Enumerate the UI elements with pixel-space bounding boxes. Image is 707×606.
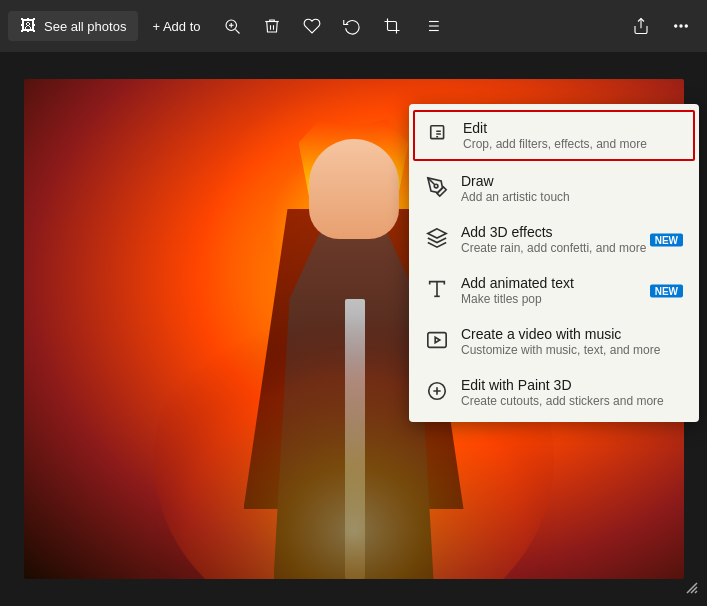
share-button[interactable] bbox=[623, 8, 659, 44]
photos-icon: 🖼 bbox=[20, 17, 36, 35]
svg-point-11 bbox=[675, 25, 677, 27]
more-button[interactable] bbox=[663, 8, 699, 44]
resize-icon bbox=[685, 581, 699, 595]
add-to-label: + Add to bbox=[152, 19, 200, 34]
main-image-area: Edit Crop, add filters, effects, and mor… bbox=[0, 52, 707, 606]
svg-point-16 bbox=[434, 184, 438, 188]
delete-button[interactable] bbox=[254, 8, 290, 44]
video-music-icon bbox=[425, 328, 449, 352]
crop-button[interactable] bbox=[374, 8, 410, 44]
paint3d-title: Edit with Paint 3D bbox=[461, 377, 683, 393]
delete-icon bbox=[263, 17, 281, 35]
paint3d-icon bbox=[425, 379, 449, 403]
edit-icon bbox=[427, 122, 451, 146]
animated-text-icon bbox=[425, 277, 449, 301]
enhance-button[interactable] bbox=[414, 8, 450, 44]
share-icon bbox=[632, 17, 650, 35]
see-all-photos-label: See all photos bbox=[44, 19, 126, 34]
menu-item-video-music[interactable]: Create a video with music Customize with… bbox=[409, 316, 699, 367]
rotate-icon bbox=[343, 17, 361, 35]
svg-rect-17 bbox=[428, 333, 446, 348]
dropdown-menu: Edit Crop, add filters, effects, and mor… bbox=[409, 104, 699, 422]
rotate-button[interactable] bbox=[334, 8, 370, 44]
crop-icon bbox=[383, 17, 401, 35]
3d-icon bbox=[425, 226, 449, 250]
add-to-button[interactable]: + Add to bbox=[142, 13, 210, 40]
zoom-button[interactable] bbox=[214, 8, 250, 44]
edit-text: Edit Crop, add filters, effects, and mor… bbox=[463, 120, 681, 151]
draw-title: Draw bbox=[461, 173, 683, 189]
see-all-photos-button[interactable]: 🖼 See all photos bbox=[8, 11, 138, 41]
toolbar: 🖼 See all photos + Add to bbox=[0, 0, 707, 52]
svg-point-13 bbox=[685, 25, 687, 27]
draw-desc: Add an artistic touch bbox=[461, 190, 683, 204]
resize-handle[interactable] bbox=[685, 581, 699, 598]
video-music-title: Create a video with music bbox=[461, 326, 683, 342]
animated-text-badge: NEW bbox=[650, 284, 683, 297]
more-icon bbox=[672, 17, 690, 35]
svg-line-1 bbox=[236, 29, 240, 33]
menu-item-edit[interactable]: Edit Crop, add filters, effects, and mor… bbox=[413, 110, 695, 161]
edit-title: Edit bbox=[463, 120, 681, 136]
enhance-icon bbox=[423, 17, 441, 35]
video-music-text: Create a video with music Customize with… bbox=[461, 326, 683, 357]
menu-item-animated-text[interactable]: Add animated text Make titles pop NEW bbox=[409, 265, 699, 316]
draw-text: Draw Add an artistic touch bbox=[461, 173, 683, 204]
menu-item-paint3d[interactable]: Edit with Paint 3D Create cutouts, add s… bbox=[409, 367, 699, 418]
video-music-desc: Customize with music, text, and more bbox=[461, 343, 683, 357]
svg-point-12 bbox=[680, 25, 682, 27]
add3d-badge: NEW bbox=[650, 233, 683, 246]
heart-icon bbox=[303, 17, 321, 35]
zoom-icon bbox=[223, 17, 241, 35]
draw-icon bbox=[425, 175, 449, 199]
edit-desc: Crop, add filters, effects, and more bbox=[463, 137, 681, 151]
paint3d-desc: Create cutouts, add stickers and more bbox=[461, 394, 683, 408]
menu-item-draw[interactable]: Draw Add an artistic touch bbox=[409, 163, 699, 214]
paint3d-text: Edit with Paint 3D Create cutouts, add s… bbox=[461, 377, 683, 408]
favorite-button[interactable] bbox=[294, 8, 330, 44]
menu-item-add3d[interactable]: Add 3D effects Create rain, add confetti… bbox=[409, 214, 699, 265]
